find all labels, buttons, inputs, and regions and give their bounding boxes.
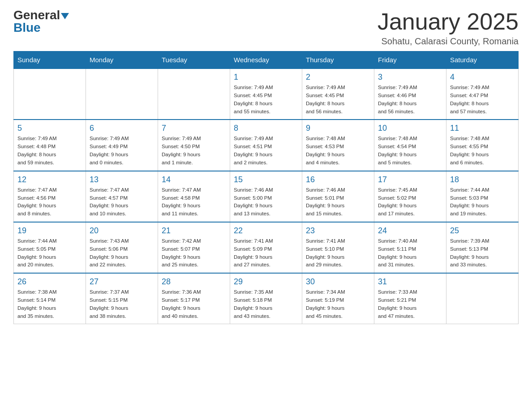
day-number: 14: [162, 175, 226, 184]
calendar-cell: 23Sunrise: 7:41 AMSunset: 5:10 PMDayligh…: [302, 222, 374, 273]
column-header-thursday: Thursday: [302, 51, 374, 69]
column-header-tuesday: Tuesday: [158, 51, 230, 69]
day-number: 4: [450, 73, 515, 82]
calendar-cell: 27Sunrise: 7:37 AMSunset: 5:15 PMDayligh…: [86, 273, 158, 324]
day-info: Sunrise: 7:48 AMSunset: 4:54 PMDaylight:…: [378, 135, 442, 167]
day-number: 20: [90, 226, 154, 235]
day-number: 9: [306, 124, 370, 133]
day-number: 22: [234, 226, 298, 235]
day-info: Sunrise: 7:33 AMSunset: 5:21 PMDaylight:…: [378, 288, 442, 320]
calendar-cell: 28Sunrise: 7:36 AMSunset: 5:17 PMDayligh…: [158, 273, 230, 324]
day-info: Sunrise: 7:49 AMSunset: 4:47 PMDaylight:…: [450, 84, 515, 116]
calendar-cell: 5Sunrise: 7:49 AMSunset: 4:48 PMDaylight…: [14, 120, 86, 171]
day-number: 27: [90, 277, 154, 287]
calendar-week-row: 26Sunrise: 7:38 AMSunset: 5:14 PMDayligh…: [14, 273, 519, 324]
day-info: Sunrise: 7:40 AMSunset: 5:11 PMDaylight:…: [378, 237, 442, 269]
calendar-cell: 8Sunrise: 7:49 AMSunset: 4:51 PMDaylight…: [230, 120, 302, 171]
day-info: Sunrise: 7:49 AMSunset: 4:46 PMDaylight:…: [378, 84, 442, 116]
day-number: 29: [234, 277, 298, 287]
calendar-table: SundayMondayTuesdayWednesdayThursdayFrid…: [13, 51, 519, 324]
calendar-cell: [446, 273, 519, 324]
calendar-cell: 25Sunrise: 7:39 AMSunset: 5:13 PMDayligh…: [446, 222, 519, 273]
day-number: 16: [306, 175, 370, 184]
day-info: Sunrise: 7:45 AMSunset: 5:02 PMDaylight:…: [378, 186, 442, 218]
day-info: Sunrise: 7:46 AMSunset: 5:00 PMDaylight:…: [234, 186, 298, 218]
day-info: Sunrise: 7:46 AMSunset: 5:01 PMDaylight:…: [306, 186, 370, 218]
logo-line2: Blue: [13, 21, 41, 34]
calendar-cell: 11Sunrise: 7:48 AMSunset: 4:55 PMDayligh…: [446, 120, 519, 171]
day-number: 21: [162, 226, 226, 235]
day-info: Sunrise: 7:49 AMSunset: 4:45 PMDaylight:…: [306, 84, 370, 116]
calendar-cell: [14, 68, 86, 120]
day-number: 1: [234, 73, 298, 82]
day-info: Sunrise: 7:49 AMSunset: 4:50 PMDaylight:…: [162, 135, 226, 167]
day-info: Sunrise: 7:38 AMSunset: 5:14 PMDaylight:…: [17, 288, 82, 320]
calendar-cell: 3Sunrise: 7:49 AMSunset: 4:46 PMDaylight…: [374, 68, 446, 120]
column-header-saturday: Saturday: [446, 51, 519, 69]
day-info: Sunrise: 7:41 AMSunset: 5:09 PMDaylight:…: [234, 237, 298, 269]
day-info: Sunrise: 7:49 AMSunset: 4:49 PMDaylight:…: [90, 135, 154, 167]
day-info: Sunrise: 7:47 AMSunset: 4:58 PMDaylight:…: [162, 186, 226, 218]
title-section: January 2025 Sohatu, Calarasi County, Ro…: [378, 9, 519, 47]
day-number: 8: [234, 124, 298, 133]
day-info: Sunrise: 7:42 AMSunset: 5:07 PMDaylight:…: [162, 237, 226, 269]
day-number: 3: [378, 73, 442, 82]
calendar-cell: 21Sunrise: 7:42 AMSunset: 5:07 PMDayligh…: [158, 222, 230, 273]
day-number: 6: [90, 124, 154, 133]
calendar-cell: 29Sunrise: 7:35 AMSunset: 5:18 PMDayligh…: [230, 273, 302, 324]
day-number: 23: [306, 226, 370, 235]
column-header-friday: Friday: [374, 51, 446, 69]
day-info: Sunrise: 7:44 AMSunset: 5:05 PMDaylight:…: [17, 237, 82, 269]
column-header-wednesday: Wednesday: [230, 51, 302, 69]
calendar-cell: 1Sunrise: 7:49 AMSunset: 4:45 PMDaylight…: [230, 68, 302, 120]
day-info: Sunrise: 7:36 AMSunset: 5:17 PMDaylight:…: [162, 288, 226, 320]
logo-arrow-icon: [61, 13, 69, 19]
day-info: Sunrise: 7:48 AMSunset: 4:53 PMDaylight:…: [306, 135, 370, 167]
day-info: Sunrise: 7:41 AMSunset: 5:10 PMDaylight:…: [306, 237, 370, 269]
calendar-cell: 6Sunrise: 7:49 AMSunset: 4:49 PMDaylight…: [86, 120, 158, 171]
calendar-cell: 20Sunrise: 7:43 AMSunset: 5:06 PMDayligh…: [86, 222, 158, 273]
day-number: 11: [450, 124, 515, 133]
calendar-cell: 22Sunrise: 7:41 AMSunset: 5:09 PMDayligh…: [230, 222, 302, 273]
logo-line1: General: [13, 9, 69, 21]
svg-marker-0: [61, 13, 69, 19]
day-info: Sunrise: 7:34 AMSunset: 5:19 PMDaylight:…: [306, 288, 370, 320]
calendar-cell: 14Sunrise: 7:47 AMSunset: 4:58 PMDayligh…: [158, 171, 230, 222]
calendar-subtitle: Sohatu, Calarasi County, Romania: [378, 36, 519, 47]
day-info: Sunrise: 7:43 AMSunset: 5:06 PMDaylight:…: [90, 237, 154, 269]
calendar-cell: 17Sunrise: 7:45 AMSunset: 5:02 PMDayligh…: [374, 171, 446, 222]
calendar-cell: 31Sunrise: 7:33 AMSunset: 5:21 PMDayligh…: [374, 273, 446, 324]
calendar-cell: 9Sunrise: 7:48 AMSunset: 4:53 PMDaylight…: [302, 120, 374, 171]
day-number: 7: [162, 124, 226, 133]
day-number: 30: [306, 277, 370, 287]
day-number: 25: [450, 226, 515, 235]
day-number: 26: [17, 277, 82, 287]
day-info: Sunrise: 7:49 AMSunset: 4:51 PMDaylight:…: [234, 135, 298, 167]
logo: General Blue: [13, 9, 69, 34]
calendar-cell: 12Sunrise: 7:47 AMSunset: 4:56 PMDayligh…: [14, 171, 86, 222]
day-number: 31: [378, 277, 442, 287]
calendar-cell: 18Sunrise: 7:44 AMSunset: 5:03 PMDayligh…: [446, 171, 519, 222]
calendar-cell: 13Sunrise: 7:47 AMSunset: 4:57 PMDayligh…: [86, 171, 158, 222]
calendar-title: January 2025: [378, 9, 519, 34]
day-info: Sunrise: 7:47 AMSunset: 4:56 PMDaylight:…: [17, 186, 82, 218]
calendar-week-row: 19Sunrise: 7:44 AMSunset: 5:05 PMDayligh…: [14, 222, 519, 273]
day-number: 12: [17, 175, 82, 184]
day-number: 2: [306, 73, 370, 82]
day-info: Sunrise: 7:35 AMSunset: 5:18 PMDaylight:…: [234, 288, 298, 320]
calendar-cell: 7Sunrise: 7:49 AMSunset: 4:50 PMDaylight…: [158, 120, 230, 171]
calendar-cell: 2Sunrise: 7:49 AMSunset: 4:45 PMDaylight…: [302, 68, 374, 120]
calendar-cell: 24Sunrise: 7:40 AMSunset: 5:11 PMDayligh…: [374, 222, 446, 273]
calendar-cell: 16Sunrise: 7:46 AMSunset: 5:01 PMDayligh…: [302, 171, 374, 222]
day-number: 10: [378, 124, 442, 133]
calendar-cell: 30Sunrise: 7:34 AMSunset: 5:19 PMDayligh…: [302, 273, 374, 324]
calendar-cell: 19Sunrise: 7:44 AMSunset: 5:05 PMDayligh…: [14, 222, 86, 273]
calendar-week-row: 1Sunrise: 7:49 AMSunset: 4:45 PMDaylight…: [14, 68, 519, 120]
day-info: Sunrise: 7:49 AMSunset: 4:48 PMDaylight:…: [17, 135, 82, 167]
day-number: 28: [162, 277, 226, 287]
calendar-cell: 26Sunrise: 7:38 AMSunset: 5:14 PMDayligh…: [14, 273, 86, 324]
calendar-cell: 15Sunrise: 7:46 AMSunset: 5:00 PMDayligh…: [230, 171, 302, 222]
day-number: 24: [378, 226, 442, 235]
day-info: Sunrise: 7:49 AMSunset: 4:45 PMDaylight:…: [234, 84, 298, 116]
day-info: Sunrise: 7:47 AMSunset: 4:57 PMDaylight:…: [90, 186, 154, 218]
